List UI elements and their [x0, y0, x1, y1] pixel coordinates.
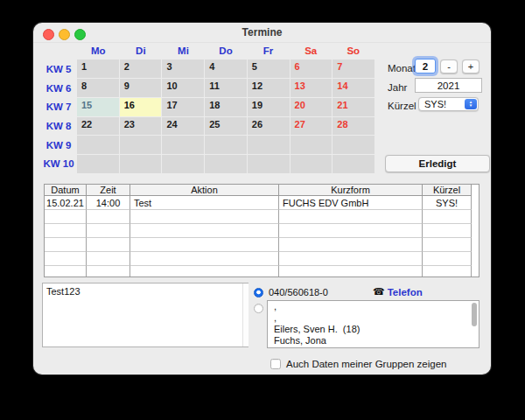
calendar-day-19[interactable]: 19: [248, 98, 290, 116]
calendar-day-28[interactable]: 28: [332, 117, 374, 136]
calendar-day-empty[interactable]: [77, 155, 119, 173]
table-row[interactable]: [45, 224, 479, 238]
calendar-day-18[interactable]: 18: [205, 98, 247, 116]
calendar-day-empty[interactable]: [332, 155, 374, 173]
calendar-day-empty[interactable]: [162, 155, 204, 173]
table-cell[interactable]: [45, 224, 87, 238]
appointments-table[interactable]: DatumZeitAktionKurzformKürzel15.02.2114:…: [44, 184, 480, 277]
calendar-day-14[interactable]: 14: [332, 79, 374, 97]
column-header-kurzform[interactable]: Kurzform: [279, 185, 423, 196]
table-cell[interactable]: Test: [130, 196, 279, 210]
telefon-link[interactable]: ☎ Telefon: [373, 286, 423, 298]
table-cell[interactable]: [279, 224, 423, 238]
table-row[interactable]: 15.02.2114:00TestFUCHS EDV GmbHSYS!: [45, 196, 479, 210]
table-row[interactable]: [45, 252, 479, 266]
table-cell[interactable]: [423, 252, 472, 266]
calendar-day-empty[interactable]: [205, 155, 247, 173]
table-cell[interactable]: [279, 210, 423, 224]
calendar-day-15[interactable]: 15: [77, 98, 119, 116]
monat-input[interactable]: 2: [415, 59, 436, 74]
table-cell[interactable]: [45, 266, 87, 277]
column-header-aktion[interactable]: Aktion: [130, 185, 279, 196]
calendar-day-empty[interactable]: [120, 155, 162, 173]
calendar-day-17[interactable]: 17: [162, 98, 204, 116]
table-cell[interactable]: [87, 252, 130, 266]
listbox-scrollbar-thumb[interactable]: [472, 303, 477, 326]
table-cell[interactable]: [423, 210, 472, 224]
month-minus-button[interactable]: -: [440, 60, 458, 74]
phone-radio-selected[interactable]: [254, 288, 263, 298]
calendar-day-25[interactable]: 25: [205, 117, 247, 136]
calendar-day-10[interactable]: 10: [162, 79, 204, 97]
table-cell[interactable]: [45, 238, 87, 252]
calendar-day-2[interactable]: 2: [120, 60, 162, 78]
table-cell[interactable]: [130, 224, 279, 238]
calendar-day-11[interactable]: 11: [205, 79, 247, 97]
table-cell[interactable]: [279, 266, 423, 277]
table-row[interactable]: [45, 238, 479, 252]
contacts-listbox[interactable]: ,,Eilers, Sven H. (18)Fuchs, Jona: [267, 300, 480, 348]
calendar-day-7[interactable]: 7: [332, 60, 374, 78]
notes-scrollbar[interactable]: [242, 284, 248, 346]
list-item[interactable]: Eilers, Sven H. (18): [268, 324, 479, 335]
calendar-day-5[interactable]: 5: [248, 60, 290, 78]
calendar-day-26[interactable]: 26: [248, 117, 290, 136]
calendar-day-empty[interactable]: [162, 136, 204, 154]
list-item[interactable]: ,: [268, 301, 479, 312]
table-cell[interactable]: [87, 266, 130, 277]
table-cell[interactable]: [130, 238, 279, 252]
calendar-day-13[interactable]: 13: [290, 79, 332, 97]
calendar-day-empty[interactable]: [205, 136, 247, 154]
month-plus-button[interactable]: +: [462, 60, 480, 74]
table-cell[interactable]: [130, 210, 279, 224]
calendar-day-20[interactable]: 20: [290, 98, 332, 116]
table-cell[interactable]: [423, 266, 472, 277]
table-row[interactable]: [45, 210, 479, 224]
calendar-day-27[interactable]: 27: [290, 117, 332, 136]
table-cell[interactable]: [45, 252, 87, 266]
table-cell[interactable]: 15.02.21: [45, 196, 87, 210]
calendar-day-1[interactable]: 1: [77, 60, 119, 78]
calendar-day-16[interactable]: 16: [120, 98, 162, 116]
table-cell[interactable]: [279, 238, 423, 252]
list-item[interactable]: ,: [268, 312, 479, 324]
calendar-day-empty[interactable]: [290, 155, 332, 173]
calendar-day-8[interactable]: 8: [77, 79, 119, 97]
table-cell[interactable]: [45, 210, 87, 224]
calendar-day-23[interactable]: 23: [120, 117, 162, 136]
table-cell[interactable]: SYS!: [423, 196, 472, 210]
calendar-day-empty[interactable]: [332, 136, 374, 154]
table-cell[interactable]: [87, 210, 130, 224]
contact-radio-unselected[interactable]: [254, 304, 263, 313]
calendar-day-12[interactable]: 12: [248, 79, 290, 97]
table-cell[interactable]: [423, 238, 472, 252]
calendar-day-24[interactable]: 24: [162, 117, 204, 136]
calendar-day-empty[interactable]: [120, 136, 162, 154]
title-bar[interactable]: Termine: [33, 23, 491, 43]
table-cell[interactable]: [130, 252, 279, 266]
calendar-day-empty[interactable]: [77, 136, 119, 154]
calendar-day-empty[interactable]: [248, 155, 290, 173]
column-header-krzel[interactable]: Kürzel: [423, 185, 472, 196]
calendar-day-4[interactable]: 4: [205, 60, 247, 78]
calendar-day-9[interactable]: 9: [120, 79, 162, 97]
table-cell[interactable]: FUCHS EDV GmbH: [279, 196, 423, 210]
list-item[interactable]: Fuchs, Jona: [268, 335, 479, 346]
kuerzel-select[interactable]: SYS! ▲▼: [418, 97, 479, 111]
calendar-day-21[interactable]: 21: [332, 98, 374, 116]
table-cell[interactable]: [87, 224, 130, 238]
calendar-day-6[interactable]: 6: [290, 60, 332, 78]
table-cell[interactable]: [130, 266, 279, 277]
column-header-datum[interactable]: Datum: [45, 185, 87, 196]
calendar-day-empty[interactable]: [248, 136, 290, 154]
notes-textarea[interactable]: [42, 283, 248, 347]
jahr-input[interactable]: 2021: [415, 78, 482, 93]
calendar-day-22[interactable]: 22: [77, 117, 119, 136]
groups-checkbox[interactable]: [270, 359, 281, 369]
table-cell[interactable]: 14:00: [87, 196, 130, 210]
table-cell[interactable]: [279, 252, 423, 266]
table-cell[interactable]: [87, 238, 130, 252]
erledigt-button[interactable]: Erledigt: [385, 155, 490, 172]
table-row[interactable]: [45, 266, 479, 277]
calendar-day-3[interactable]: 3: [162, 60, 204, 78]
